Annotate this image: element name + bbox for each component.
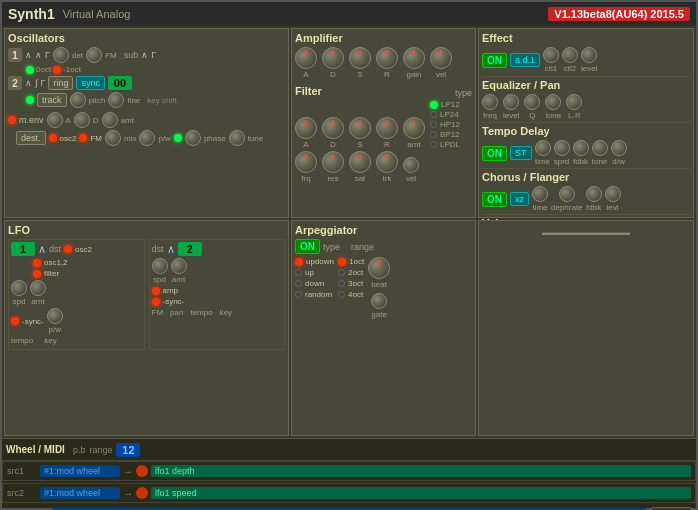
osc1-wave-tri[interactable]: ∧ bbox=[35, 50, 42, 60]
env-a-knob[interactable] bbox=[47, 112, 63, 128]
flt-frq-knob[interactable] bbox=[295, 151, 317, 173]
phase-knob[interactable] bbox=[185, 130, 201, 146]
td-tone-knob[interactable] bbox=[592, 140, 608, 156]
amp-gain-knob[interactable] bbox=[403, 47, 425, 69]
td-time-knob[interactable] bbox=[535, 140, 551, 156]
route2-dest[interactable]: lfo1 speed bbox=[151, 487, 691, 499]
lfo1-osc12-led[interactable] bbox=[33, 259, 41, 267]
chorus-xz-btn[interactable]: xz bbox=[510, 192, 529, 206]
lfo2-spd-knob[interactable] bbox=[152, 258, 168, 274]
eq-q-knob[interactable] bbox=[524, 94, 540, 110]
lfo1-amt-knob[interactable] bbox=[30, 280, 46, 296]
flt-d-knob[interactable] bbox=[322, 117, 344, 139]
lfo1-pw-knob[interactable] bbox=[47, 308, 63, 324]
eff-level-knob[interactable] bbox=[581, 47, 597, 63]
hp12-led[interactable] bbox=[430, 121, 437, 128]
flt-sat-knob[interactable] bbox=[349, 151, 371, 173]
dest-btn[interactable]: dest. bbox=[16, 131, 46, 145]
route1-src[interactable]: #1:mod wheel bbox=[40, 465, 120, 477]
route1-dest[interactable]: lfo1 depth bbox=[151, 465, 691, 477]
arp-down-led[interactable] bbox=[295, 280, 302, 287]
effect-ad1-btn[interactable]: a.d.1 bbox=[510, 53, 540, 67]
env-d-knob[interactable] bbox=[74, 112, 90, 128]
eq-freq-knob[interactable] bbox=[482, 94, 498, 110]
ch-fdbk-knob[interactable] bbox=[586, 186, 602, 202]
osc2-wave2[interactable]: ∫ bbox=[35, 78, 37, 88]
flt-s-knob[interactable] bbox=[349, 117, 371, 139]
mix-knob[interactable] bbox=[105, 130, 121, 146]
sync-btn[interactable]: sync bbox=[76, 76, 105, 90]
osc2-wave1[interactable]: ∧ bbox=[25, 78, 32, 88]
sub-wave2[interactable]: Γ bbox=[151, 50, 156, 60]
osc1-det-knob[interactable] bbox=[53, 47, 69, 63]
env-amt-knob[interactable] bbox=[102, 112, 118, 128]
osc2-wave3[interactable]: Γ bbox=[40, 78, 45, 88]
lp12-led[interactable] bbox=[430, 101, 438, 109]
flt-trk-knob[interactable] bbox=[376, 151, 398, 173]
chorus-on-btn[interactable]: ON bbox=[482, 192, 507, 207]
osc2-fine-knob[interactable] bbox=[108, 92, 124, 108]
eff-ctl2-knob[interactable] bbox=[562, 47, 578, 63]
lfo1-sync-led[interactable] bbox=[11, 317, 19, 325]
osc2-track-led[interactable] bbox=[26, 96, 34, 104]
osc1-oct0-led[interactable] bbox=[26, 66, 34, 74]
osc1-wave-sq[interactable]: Γ bbox=[45, 50, 50, 60]
arp-updown-led[interactable] bbox=[295, 258, 303, 266]
ch-time-knob[interactable] bbox=[532, 186, 548, 202]
lpdl-led[interactable] bbox=[430, 141, 437, 148]
menv-led[interactable] bbox=[8, 116, 16, 124]
flt-res-knob[interactable] bbox=[322, 151, 344, 173]
tune-knob[interactable] bbox=[229, 130, 245, 146]
bp12-led[interactable] bbox=[430, 131, 437, 138]
lp24-led[interactable] bbox=[430, 111, 437, 118]
ch-levl-knob[interactable] bbox=[605, 186, 621, 202]
arp-1oct-led[interactable] bbox=[338, 258, 346, 266]
lfo2-sync-led[interactable] bbox=[152, 298, 160, 306]
osc2-dest-led[interactable] bbox=[49, 134, 57, 142]
tempo-st-btn[interactable]: ST bbox=[510, 146, 532, 160]
eq-lr-knob[interactable] bbox=[566, 94, 582, 110]
osc1-wave-sin[interactable]: ∧ bbox=[25, 50, 32, 60]
pw-led[interactable] bbox=[174, 134, 182, 142]
route2-knob[interactable] bbox=[136, 487, 148, 499]
lfo1-osc2-led[interactable] bbox=[64, 245, 72, 253]
effect-on-btn[interactable]: ON bbox=[482, 53, 507, 68]
ring-btn[interactable]: ring bbox=[48, 76, 73, 90]
fm-dest-led[interactable] bbox=[79, 134, 87, 142]
arp-gate-knob[interactable] bbox=[371, 293, 387, 309]
ch-dephrate-knob[interactable] bbox=[559, 186, 575, 202]
amp-d-knob[interactable] bbox=[322, 47, 344, 69]
track-btn[interactable]: track bbox=[37, 93, 67, 107]
flt-amt-knob[interactable] bbox=[403, 117, 425, 139]
tempo-on-btn[interactable]: ON bbox=[482, 146, 507, 161]
amp-r-knob[interactable] bbox=[376, 47, 398, 69]
flt-vel-knob[interactable] bbox=[403, 157, 419, 173]
lfo2-amp-led[interactable] bbox=[152, 287, 160, 295]
route1-knob[interactable] bbox=[136, 465, 148, 477]
lfo1-spd-knob[interactable] bbox=[11, 280, 27, 296]
amp-a-knob[interactable] bbox=[295, 47, 317, 69]
pw-knob[interactable] bbox=[139, 130, 155, 146]
sub-wave1[interactable]: ∧ bbox=[141, 50, 148, 60]
amp-s-knob[interactable] bbox=[349, 47, 371, 69]
osc1-fm-knob[interactable] bbox=[86, 47, 102, 63]
arp-up-led[interactable] bbox=[295, 269, 302, 276]
td-sprd-knob[interactable] bbox=[554, 140, 570, 156]
td-dw-knob[interactable] bbox=[611, 140, 627, 156]
lfo2-amt-knob[interactable] bbox=[171, 258, 187, 274]
osc2-pitch-knob[interactable] bbox=[70, 92, 86, 108]
arp-2oct-led[interactable] bbox=[338, 269, 345, 276]
eq-level-knob[interactable] bbox=[503, 94, 519, 110]
amp-vel-knob[interactable] bbox=[430, 47, 452, 69]
route2-src[interactable]: #1:mod wheel bbox=[40, 487, 120, 499]
flt-a-knob[interactable] bbox=[295, 117, 317, 139]
arp-random-led[interactable] bbox=[295, 291, 302, 298]
arp-4oct-led[interactable] bbox=[338, 291, 345, 298]
td-fdbk-knob[interactable] bbox=[573, 140, 589, 156]
arp-on-btn[interactable]: ON bbox=[295, 239, 320, 254]
arp-beat-knob[interactable] bbox=[368, 257, 390, 279]
osc1-oct1-led[interactable] bbox=[53, 66, 61, 74]
arp-3oct-led[interactable] bbox=[338, 280, 345, 287]
eq-tone-knob[interactable] bbox=[545, 94, 561, 110]
lfo1-filter-led[interactable] bbox=[33, 270, 41, 278]
